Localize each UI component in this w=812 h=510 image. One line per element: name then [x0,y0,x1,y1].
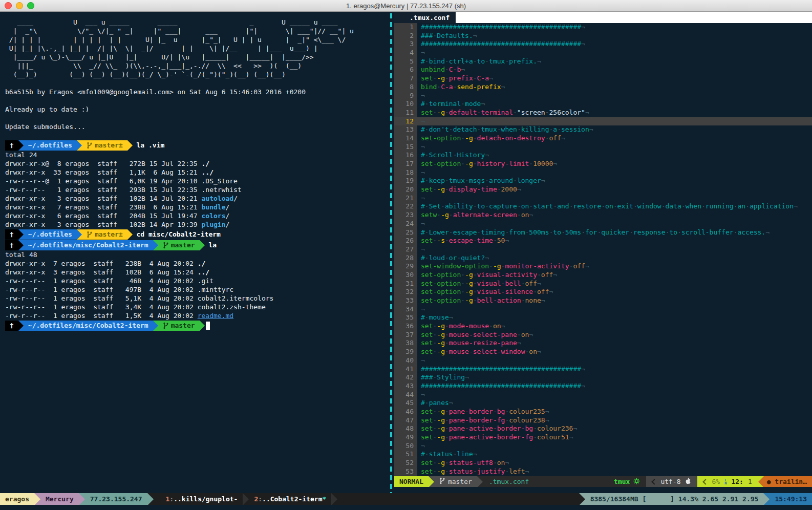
terminal-line: †~/.dotfiles/misc/Cobalt2-itermmaster la [5,240,388,250]
tabline-pad [394,12,403,23]
eol-marker: ¬ [505,237,509,244]
whitespace-dot: · [437,211,441,219]
whitespace-dot: · [513,109,517,116]
code-token: -g [437,468,445,475]
code-token: -g [465,271,473,279]
code-token: escape-time [449,237,493,244]
terminal-text: autoload [202,195,234,202]
prompt-segment-yellow: master± [82,140,127,151]
tmux-window-2[interactable]: 2:..Cobalt2-iterm* [249,495,331,503]
line-number: 45 [394,399,417,408]
git-branch-icon [163,322,168,329]
eol-marker: ¬ [553,271,557,279]
whitespace-dot: · [473,296,477,304]
terminal-line: total 48 [5,250,388,259]
terminal-text: drwxr-xr-x@ 8 eragos staff 272B 15 Jul 2… [5,160,202,167]
code-token: detach [453,125,477,133]
whitespace-dot: · [461,280,465,287]
tmux-window-1[interactable]: 1:..kills/gnuplot- [161,495,243,503]
eol-marker: ¬ [489,74,493,82]
vim-pane[interactable]: .tmux.conf 1############################… [394,12,812,493]
line-number: 44 [394,391,417,399]
cursor-line: 12: [731,478,743,485]
vim-line-text: setw·-g·alternate-screen·on¬ [417,211,812,220]
tmux-status-segment: 15:49:13 [770,493,812,505]
vim-line: 38set·-g·mouse-resize-pane¬ [394,339,812,348]
code-token: # [421,125,425,133]
line-number: 27 [394,245,417,254]
vim-line-text: set·-g·status-justify·left¬ [417,468,812,476]
code-token: # [421,100,425,108]
code-token: ######################################## [421,23,581,31]
vim-line-text: #·mouse¬ [417,313,812,322]
vim-line: 17set-option·-g·history-limit·10000¬ [394,160,812,168]
terminal-line: drwxr-xr-x 7 eragos staff 238B 6 Aug 15:… [5,203,388,211]
code-token: set [421,322,433,330]
code-token: ######################################## [421,365,581,373]
terminal-text: Update submodules... [5,123,86,131]
whitespace-dot: · [485,57,489,65]
vim-line: 30set-option·-g·visual-activity·off¬ [394,271,812,280]
code-token: mouse-resize-pane [449,339,517,347]
terminal-line: drwxr-xr-x 3 eragos staff 102B 14 Apr 19… [5,220,388,229]
terminal-text: ./ [202,160,210,167]
whitespace-dot: · [449,211,453,219]
terminal-text: /| | | | | | | | | | U| |_ u |_"_| U | |… [5,36,346,44]
terminal-text: -rw-r--r-- 1 eragos staff 1,5K 4 Aug 20:… [5,312,198,320]
eol-marker: ¬ [421,245,425,253]
eol-marker: ¬ [501,83,505,91]
code-token: set [421,109,433,116]
vim-line: 42###·Styling¬ [394,373,812,382]
whitespace-dot: · [701,202,706,210]
code-token: colour235 [509,408,545,415]
vim-line: 46set·-g·pane-border-bg·colour235¬ [394,408,812,416]
code-token: colour238 [509,416,545,424]
vim-buffer[interactable]: 1#######################################… [394,23,812,476]
vim-line: 50¬ [394,442,812,451]
line-number: 21 [394,194,417,203]
code-token: set [421,331,433,338]
code-token: mouse-select-pane [449,331,517,338]
eol-marker: ¬ [537,348,541,355]
code-token: mouse-select-window [449,348,525,355]
code-token: -g [465,160,473,167]
line-number: 14 [394,134,417,143]
whitespace-dot: · [445,109,449,116]
eol-marker: ¬ [545,416,549,424]
gear-icon [633,478,640,486]
vim-tab-tmux-conf[interactable]: .tmux.conf [403,12,456,23]
vim-line-text: set·-g·display-time·2000¬ [417,185,812,194]
code-token: status [429,450,453,458]
vim-line: 1#######################################… [394,23,812,32]
eol-marker: ¬ [465,373,469,381]
pane-divider[interactable] [388,12,394,493]
code-token: ctrl+a [449,57,473,65]
vim-line: 3#######################################… [394,40,812,49]
vim-line: 24¬ [394,220,812,228]
whitespace-dot: · [425,254,429,262]
eol-marker: ¬ [537,57,541,65]
shell-pane[interactable]: ____ U ___ u _____ _____ _ U _____ u ___… [0,12,388,493]
readme-link[interactable]: readme.md [198,312,233,320]
vim-line-text: set·-g·mouse-resize-pane¬ [417,339,812,348]
terminal-line [5,114,388,122]
code-token: panes [429,399,449,407]
code-token: colour51 [537,433,569,441]
code-token: data [666,202,681,210]
code-token: pane-border-fg [449,416,505,424]
terminal-text: / [233,195,238,202]
whitespace-dot: · [465,177,469,184]
cursor-column: 1 [748,478,752,485]
line-number: 13 [394,125,417,134]
titlebar[interactable]: 1. eragos@Mercury | 77.23.155.247 (sh) [0,0,812,12]
code-token: none [525,296,541,304]
eol-marker: ¬ [421,391,425,398]
line-number: 31 [394,280,417,288]
eol-marker: ¬ [481,100,485,108]
vim-line-text: #·keep·tmux·msgs·around·longer¬ [417,177,812,185]
terminal-text: bundle [202,203,226,211]
terminal-text: -rw-r--r-- 1 eragos staff 3,4K 4 Aug 20:… [5,303,266,311]
code-token: quiet? [461,254,485,262]
terminal-line: drwxr-xr-x 6 eragos staff 204B 15 Jul 19… [5,211,388,220]
powerline-arrow [34,493,40,505]
